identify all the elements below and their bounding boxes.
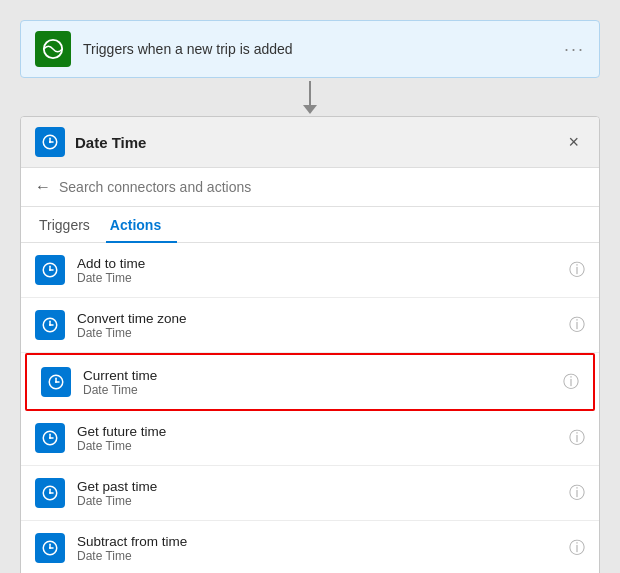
arrow-down xyxy=(303,81,317,114)
tabs-bar: Triggers Actions xyxy=(21,207,599,243)
close-button[interactable]: × xyxy=(562,131,585,153)
action-info-convert-time-zone: Convert time zone Date Time xyxy=(77,311,557,340)
info-icon-get-past-time[interactable]: ⓘ xyxy=(569,483,585,504)
action-info-current-time: Current time Date Time xyxy=(83,368,551,397)
panel-header: Date Time × xyxy=(21,117,599,168)
action-item-add-to-time[interactable]: Add to time Date Time ⓘ xyxy=(21,243,599,298)
trigger-more-button[interactable]: ··· xyxy=(564,39,585,60)
action-icon-convert-time-zone xyxy=(35,310,65,340)
info-icon-subtract-from-time[interactable]: ⓘ xyxy=(569,538,585,559)
action-sub-current-time: Date Time xyxy=(83,383,551,397)
action-name-get-past-time: Get past time xyxy=(77,479,557,494)
trigger-icon xyxy=(35,31,71,67)
action-item-subtract-from-time[interactable]: Subtract from time Date Time ⓘ xyxy=(21,521,599,573)
action-item-convert-time-zone[interactable]: Convert time zone Date Time ⓘ xyxy=(21,298,599,353)
trigger-text: Triggers when a new trip is added xyxy=(83,41,552,57)
action-sub-get-past-time: Date Time xyxy=(77,494,557,508)
action-info-subtract-from-time: Subtract from time Date Time xyxy=(77,534,557,563)
action-item-get-future-time[interactable]: Get future time Date Time ⓘ xyxy=(21,411,599,466)
action-info-get-future-time: Get future time Date Time xyxy=(77,424,557,453)
search-input[interactable] xyxy=(59,179,585,195)
info-icon-current-time[interactable]: ⓘ xyxy=(563,372,579,393)
action-sub-convert-time-zone: Date Time xyxy=(77,326,557,340)
action-name-convert-time-zone: Convert time zone xyxy=(77,311,557,326)
trigger-block: Triggers when a new trip is added ··· xyxy=(20,20,600,78)
action-name-add-to-time: Add to time xyxy=(77,256,557,271)
info-icon-add-to-time[interactable]: ⓘ xyxy=(569,260,585,281)
panel-title: Date Time xyxy=(75,134,552,151)
back-button[interactable]: ← xyxy=(35,178,51,196)
arrow-head xyxy=(303,105,317,114)
info-icon-convert-time-zone[interactable]: ⓘ xyxy=(569,315,585,336)
action-item-get-past-time[interactable]: Get past time Date Time ⓘ xyxy=(21,466,599,521)
tab-actions[interactable]: Actions xyxy=(106,207,177,243)
action-name-get-future-time: Get future time xyxy=(77,424,557,439)
action-icon-get-past-time xyxy=(35,478,65,508)
datetime-panel: Date Time × ← Triggers Actions xyxy=(20,116,600,573)
action-info-get-past-time: Get past time Date Time xyxy=(77,479,557,508)
action-sub-add-to-time: Date Time xyxy=(77,271,557,285)
action-icon-get-future-time xyxy=(35,423,65,453)
arrow-line xyxy=(309,81,311,105)
panel-header-icon xyxy=(35,127,65,157)
search-bar: ← xyxy=(21,168,599,207)
tab-triggers[interactable]: Triggers xyxy=(35,207,106,243)
action-icon-subtract-from-time xyxy=(35,533,65,563)
action-item-current-time[interactable]: Current time Date Time ⓘ xyxy=(25,353,595,411)
action-info-add-to-time: Add to time Date Time xyxy=(77,256,557,285)
action-name-subtract-from-time: Subtract from time xyxy=(77,534,557,549)
action-sub-get-future-time: Date Time xyxy=(77,439,557,453)
action-icon-current-time xyxy=(41,367,71,397)
action-icon-add-to-time xyxy=(35,255,65,285)
action-sub-subtract-from-time: Date Time xyxy=(77,549,557,563)
action-name-current-time: Current time xyxy=(83,368,551,383)
actions-list: Add to time Date Time ⓘ Convert time zon xyxy=(21,243,599,573)
info-icon-get-future-time[interactable]: ⓘ xyxy=(569,428,585,449)
arrow-connector xyxy=(303,78,317,116)
main-container: Triggers when a new trip is added ··· Da… xyxy=(20,20,600,573)
